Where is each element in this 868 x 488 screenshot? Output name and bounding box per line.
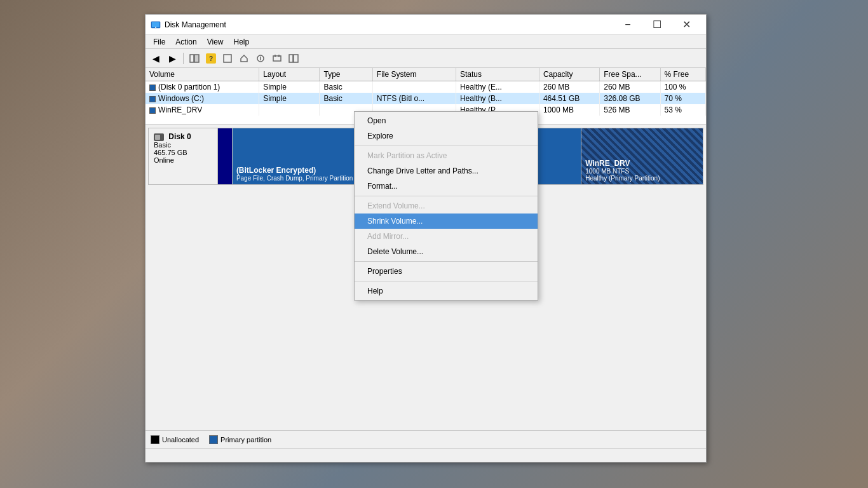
context-menu-item-delete[interactable]: Delete Volume... [355, 244, 538, 259]
context-menu-item-format[interactable]: Format... [355, 179, 538, 194]
menu-file[interactable]: File [148, 36, 170, 48]
disk-0-status: Online [154, 156, 212, 164]
legend-swatch-primary [209, 435, 218, 444]
window-title: Disk Management [165, 20, 613, 29]
disk-0-size: 465.75 GB [154, 149, 212, 156]
maximize-button[interactable]: ☐ [642, 15, 672, 35]
minimize-button[interactable]: − [613, 15, 642, 35]
forward-button[interactable]: ▶ [165, 51, 180, 65]
partition-3-info: Healthy (Primary Partition) [585, 175, 699, 182]
legend-swatch-unallocated [151, 435, 159, 444]
col-type[interactable]: Type [320, 68, 372, 81]
context-menu-separator [355, 261, 538, 262]
svg-rect-7 [224, 55, 231, 62]
disk-0-name: Disk 0 [154, 132, 212, 141]
window-icon [151, 20, 161, 30]
legend-bar: Unallocated Primary partition [146, 430, 706, 448]
legend-unallocated: Unallocated [151, 435, 199, 444]
legend-primary: Primary partition [209, 435, 271, 444]
disk-partition-3[interactable]: WinRE_DRV 1000 MB NTFS Healthy (Primary … [581, 128, 703, 184]
partition-3-name: WinRE_DRV [585, 159, 699, 168]
legend-label-unallocated: Unallocated [162, 436, 199, 444]
toolbar-btn-7[interactable] [253, 51, 268, 65]
legend-label-primary: Primary partition [220, 436, 271, 444]
col-capacity[interactable]: Capacity [539, 68, 599, 81]
context-menu-item-explore[interactable]: Explore [355, 128, 538, 144]
disk-partition-1[interactable] [218, 128, 233, 184]
context-menu-item-properties[interactable]: Properties [355, 264, 538, 279]
menu-action[interactable]: Action [170, 36, 201, 48]
disk-0-label: Disk 0 Basic 465.75 GB Online [148, 128, 218, 185]
context-menu-item-mark-active: Mark Partition as Active [355, 148, 538, 163]
title-bar: Disk Management − ☐ ✕ [146, 15, 706, 35]
context-menu-item-extend: Extend Volume... [355, 198, 538, 214]
table-row[interactable]: Windows (C:)SimpleBasicNTFS (Bitl o...He… [146, 93, 706, 104]
context-menu-item-add-mirror: Add Mirror... [355, 229, 538, 244]
table-row[interactable]: (Disk 0 partition 1)SimpleBasicHealthy (… [146, 81, 706, 93]
context-menu: OpenExploreMark Partition as ActiveChang… [354, 111, 538, 301]
status-bar [146, 448, 706, 462]
toolbar-separator-1 [183, 53, 184, 64]
col-layout[interactable]: Layout [259, 68, 320, 81]
col-filesystem[interactable]: File System [372, 68, 456, 81]
back-button[interactable]: ◀ [148, 51, 163, 65]
menu-help[interactable]: Help [229, 36, 255, 48]
menu-bar: File Action View Help [146, 35, 706, 49]
context-menu-separator [355, 196, 538, 196]
close-button[interactable]: ✕ [672, 15, 701, 35]
context-menu-separator [355, 146, 538, 146]
svg-rect-1 [152, 22, 159, 27]
svg-point-2 [155, 27, 156, 28]
col-pct[interactable]: % Free [660, 68, 706, 81]
context-menu-item-shrink[interactable]: Shrink Volume... [355, 214, 538, 229]
toolbar-btn-5[interactable] [220, 51, 235, 65]
svg-rect-4 [194, 55, 199, 62]
toolbar-btn-9[interactable] [286, 51, 301, 65]
menu-view[interactable]: View [202, 36, 229, 48]
col-volume[interactable]: Volume [146, 68, 259, 81]
context-menu-item-change-drive[interactable]: Change Drive Letter and Paths... [355, 163, 538, 179]
svg-rect-16 [155, 135, 160, 140]
svg-rect-10 [273, 56, 281, 61]
col-free[interactable]: Free Spa... [600, 68, 660, 81]
title-controls: − ☐ ✕ [613, 15, 701, 35]
toolbar: ◀ ▶ ? [146, 49, 706, 68]
svg-rect-3 [190, 55, 194, 62]
help-toolbar-button[interactable]: ? [203, 51, 219, 65]
toolbar-btn-6[interactable] [236, 51, 252, 65]
col-status[interactable]: Status [456, 68, 539, 81]
context-menu-item-help[interactable]: Help [355, 283, 538, 299]
disk-0-type: Basic [154, 141, 212, 149]
context-menu-item-open[interactable]: Open [355, 113, 538, 128]
show-hide-button[interactable] [187, 51, 202, 65]
volume-table: Volume Layout Type File System Status Ca… [146, 68, 706, 116]
disk-management-window: Disk Management − ☐ ✕ File Action View H… [145, 14, 707, 463]
svg-rect-14 [294, 55, 298, 62]
partition-3-size: 1000 MB NTFS [585, 168, 699, 175]
svg-text:?: ? [209, 55, 213, 62]
toolbar-btn-8[interactable] [269, 51, 285, 65]
svg-rect-13 [289, 55, 293, 62]
context-menu-separator [355, 281, 538, 281]
